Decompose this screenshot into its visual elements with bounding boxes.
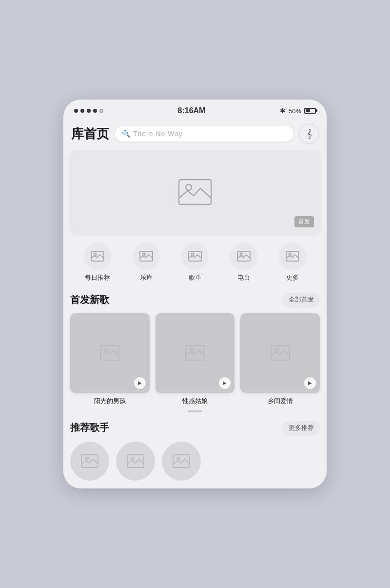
image-icon-daily: [91, 251, 104, 262]
image-icon-playlist: [188, 251, 202, 262]
category-icon-library: [133, 243, 159, 269]
song-thumb-2: ▶: [240, 313, 320, 393]
search-placeholder-text: There No Way: [133, 130, 183, 138]
song-image-icon-0: [100, 345, 119, 361]
scroll-dot: [188, 410, 202, 412]
song-title-0: 阳光的男孩: [70, 397, 150, 406]
svg-point-21: [131, 457, 134, 460]
signal-dots: [74, 109, 103, 113]
scroll-indicator: [70, 410, 320, 412]
image-icon-more: [286, 251, 299, 262]
new-songs-section: 首发新歌 全部首发 ▶ 阳光的男孩: [70, 293, 320, 406]
category-icon-more: [279, 243, 306, 269]
status-bar: 8:16AM ✱ 50%: [63, 100, 327, 119]
song-image-icon-2: [271, 345, 290, 361]
svg-point-17: [275, 348, 278, 352]
svg-point-3: [94, 253, 97, 256]
svg-point-1: [186, 184, 192, 190]
artist-avatar-1: [116, 442, 155, 481]
banner-badge: 首发: [294, 216, 314, 227]
category-more[interactable]: 更多: [279, 243, 306, 282]
song-image-icon-1: [185, 345, 205, 361]
artist-avatar-2: [162, 442, 201, 481]
song-title-1: 性感姑娘: [156, 397, 235, 406]
song-play-btn-1[interactable]: ▶: [219, 377, 231, 389]
category-label-daily: 每日推荐: [85, 273, 110, 282]
recommended-more-btn[interactable]: 更多推荐: [283, 421, 320, 435]
new-songs-header: 首发新歌 全部首发: [70, 293, 320, 306]
song-card-1[interactable]: ▶ 性感姑娘: [156, 313, 235, 406]
dot-3: [87, 109, 91, 113]
dot-4: [93, 109, 97, 113]
dot-1: [74, 109, 78, 113]
category-library[interactable]: 乐库: [133, 243, 159, 282]
song-thumb-1: ▶: [156, 313, 235, 393]
category-daily[interactable]: 每日推荐: [84, 243, 111, 282]
category-icon-radio: [231, 243, 257, 269]
status-time: 8:16AM: [178, 106, 206, 115]
status-right: ✱ 50%: [280, 107, 316, 115]
new-songs-grid: ▶ 阳光的男孩 ▶ 性感姑娘: [70, 313, 320, 406]
categories-row: 每日推荐 乐库: [70, 243, 320, 282]
banner-image-placeholder: [178, 179, 212, 205]
svg-point-9: [240, 253, 243, 256]
song-play-btn-0[interactable]: ▶: [134, 377, 146, 389]
artist-image-icon-2: [173, 454, 190, 468]
recommended-header: 推荐歌手 更多推荐: [70, 421, 320, 435]
category-label-playlist: 歌单: [189, 273, 201, 282]
svg-rect-0: [179, 180, 211, 204]
artist-item-0[interactable]: [70, 442, 109, 481]
battery-percent: 50%: [289, 107, 301, 115]
category-label-more: 更多: [286, 273, 299, 282]
recommended-title: 推荐歌手: [70, 421, 109, 434]
bluetooth-icon: ✱: [280, 107, 286, 115]
song-title-2: 乡间爱情: [240, 397, 320, 406]
recommended-section: 推荐歌手 更多推荐: [70, 421, 320, 481]
svg-point-7: [192, 253, 194, 256]
battery-icon: [304, 108, 316, 114]
dot-2: [80, 109, 84, 113]
artist-item-2[interactable]: [162, 442, 201, 481]
song-play-btn-2[interactable]: ▶: [304, 377, 316, 389]
category-icon-daily: [84, 243, 111, 269]
search-bar[interactable]: 🔍 There No Way: [115, 126, 293, 142]
banner-card[interactable]: 首发: [70, 150, 320, 233]
svg-point-23: [177, 457, 180, 460]
main-content: 首发 每日推荐: [63, 150, 327, 488]
svg-point-19: [85, 457, 88, 460]
phone-frame: 8:16AM ✱ 50% 库首页 🔍 There No Way 𝄞: [63, 100, 327, 488]
image-icon-library: [139, 251, 153, 262]
image-icon-radio: [237, 251, 251, 262]
svg-point-5: [143, 253, 145, 256]
artist-avatar-0: [70, 442, 109, 481]
song-card-2[interactable]: ▶ 乡间爱情: [240, 313, 320, 406]
song-card-0[interactable]: ▶ 阳光的男孩: [70, 313, 150, 406]
app-header: 库首页 🔍 There No Way 𝄞: [63, 119, 327, 150]
svg-point-15: [190, 348, 194, 352]
category-playlist[interactable]: 歌单: [182, 243, 208, 282]
artists-row: [70, 442, 320, 481]
new-songs-title: 首发新歌: [70, 293, 109, 306]
artist-image-icon-1: [127, 454, 144, 468]
music-note-icon: 𝄞: [307, 129, 312, 139]
banner-image-icon: [178, 179, 212, 205]
svg-point-13: [105, 348, 108, 352]
new-songs-more-btn[interactable]: 全部首发: [283, 293, 320, 306]
app-title: 库首页: [71, 125, 109, 142]
music-note-button[interactable]: 𝄞: [299, 124, 319, 143]
category-label-library: 乐库: [140, 273, 153, 282]
category-label-radio: 电台: [237, 273, 250, 282]
search-icon: 🔍: [122, 130, 130, 138]
song-thumb-0: ▶: [70, 313, 150, 393]
dot-5: [99, 109, 103, 113]
category-radio[interactable]: 电台: [231, 243, 257, 282]
artist-image-icon-0: [81, 454, 98, 468]
artist-item-1[interactable]: [116, 442, 155, 481]
svg-point-11: [289, 253, 292, 256]
category-icon-playlist: [182, 243, 208, 269]
